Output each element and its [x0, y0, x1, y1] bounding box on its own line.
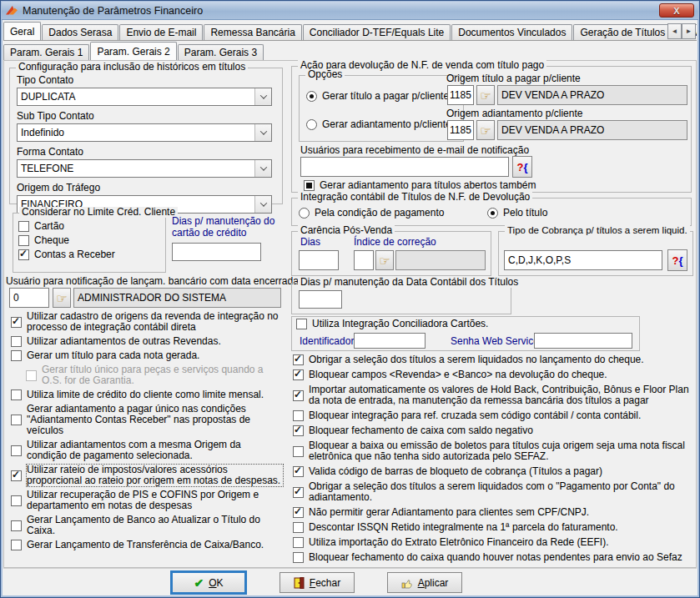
identificador-input[interactable]: [354, 333, 426, 349]
check-adiantamentos-outras-revendas[interactable]: Utilizar adiantamentos de outras Revenda…: [11, 336, 283, 347]
forma-contato-select[interactable]: TELEFONE: [17, 159, 272, 178]
checkbox-icon[interactable]: [296, 319, 307, 329]
checkbox-icon[interactable]: [11, 495, 22, 506]
tipo-cobranca-input[interactable]: [504, 250, 662, 270]
aplicar-button[interactable]: Aplicar: [387, 572, 462, 593]
tab-remessa-bancaria[interactable]: Remessa Bancária: [204, 24, 301, 40]
check-bloquear-fechamento-notas-pendentes[interactable]: Bloquear fechamento do caixa quando houv…: [293, 552, 695, 563]
checkbox-icon[interactable]: [293, 390, 304, 401]
checkbox-icon[interactable]: [293, 425, 304, 436]
check-adiantamentos-mesma-origem[interactable]: Utilizar adiantamentos com a mesma Orige…: [11, 440, 283, 461]
check-descontar-issqn[interactable]: Descontar ISSQN Retido integralmente na …: [293, 522, 695, 533]
check-adiantamento-titulos-abertos[interactable]: Gerar adiantamento para títulos abertos …: [304, 180, 536, 191]
check-importar-hold-back[interactable]: Importar automaticamente os valores de H…: [293, 384, 695, 406]
checkbox-icon[interactable]: [11, 445, 22, 456]
sub-tipo-contato-select[interactable]: Indefinido: [17, 123, 272, 142]
checkbox-icon[interactable]: [293, 466, 304, 477]
radio-icon[interactable]: [487, 208, 498, 219]
usuario-notificacao-code-input[interactable]: [9, 288, 49, 308]
tab-envio-email[interactable]: Envio de E-mail: [119, 24, 203, 40]
title-bar[interactable]: Manutenção de Parâmetros Financeiro X: [2, 2, 698, 20]
ok-button[interactable]: ✔ OK: [172, 572, 245, 593]
check-valida-codigo-barras[interactable]: Valida código de barras de bloqueto de c…: [293, 466, 695, 477]
checkbox-icon[interactable]: [293, 537, 304, 548]
origem-titulo-code-input[interactable]: [447, 85, 474, 105]
tab-dados-serasa[interactable]: Dados Serasa: [42, 24, 118, 40]
tab-conciliador-dtef[interactable]: Conciliador D-TEF/Equals Lite: [303, 24, 451, 40]
chevron-down-icon[interactable]: [254, 124, 271, 141]
carencia-dias-input[interactable]: [299, 250, 339, 270]
radio-icon[interactable]: [306, 119, 317, 130]
checkbox-icon[interactable]: [293, 354, 304, 365]
checkbox-icon[interactable]: [11, 415, 22, 425]
checkbox-icon[interactable]: [293, 446, 304, 457]
checkbox-icon[interactable]: [18, 235, 29, 246]
close-button[interactable]: X: [659, 3, 694, 18]
check-importacao-eefi[interactable]: Utiliza importação do Extrato Eletrônico…: [293, 537, 695, 548]
checkbox-icon[interactable]: [293, 369, 304, 380]
check-titulo-cada-nota[interactable]: Gerar um título para cada nota gerada.: [11, 350, 283, 361]
checkbox-icon[interactable]: [293, 552, 304, 563]
check-contas-a-receber[interactable]: Contas a Receber: [18, 249, 160, 260]
checkbox-icon[interactable]: [11, 317, 22, 328]
check-bloquear-campos-revenda-banco[interactable]: Bloquear campos <Revenda> e <Banco> na d…: [293, 369, 695, 380]
checkbox-icon[interactable]: [304, 180, 315, 191]
check-recuperacao-pis-cofins[interactable]: Utilizar recuperação de PIS e COFINS por…: [11, 490, 283, 511]
checkbox-icon[interactable]: [11, 350, 22, 361]
dias-cartao-input[interactable]: [172, 243, 261, 261]
checkbox-icon[interactable]: [18, 221, 29, 232]
senha-web-service-input[interactable]: [534, 333, 632, 349]
usuarios-email-help-button[interactable]: ?{: [512, 156, 532, 178]
origem-adiantamento-code-input[interactable]: [447, 120, 474, 140]
check-cartao[interactable]: Cartão: [18, 221, 160, 232]
tab-scroll-right-button[interactable]: ►: [682, 23, 696, 39]
check-cheque[interactable]: Cheque: [18, 235, 160, 246]
check-adiantamento-pagar-unico[interactable]: Gerar adiantamento a pagar único nas con…: [11, 404, 283, 436]
check-obrigar-selecao-pagamento-conta[interactable]: Obrigar a seleção dos títulos a serem li…: [293, 481, 695, 503]
check-lancamento-banco-atualizar[interactable]: Gerar Lançamento de Banco ao Atualizar o…: [11, 515, 283, 536]
check-integracao-conciliadora[interactable]: Utiliza Integração Conciliadora Cartões.: [296, 319, 488, 329]
tab-documentos-vinculados[interactable]: Documentos Vinculados: [451, 24, 572, 40]
check-rateio-impostos[interactable]: Utilizar rateio de impostos/valores aces…: [11, 465, 283, 486]
indice-correcao-lookup-button[interactable]: ☞: [375, 250, 394, 270]
check-obrigar-selecao-cheque[interactable]: Obrigar a seleção dos títulos a serem li…: [293, 354, 695, 365]
indice-correcao-input[interactable]: [354, 250, 374, 270]
radio-icon[interactable]: [306, 91, 317, 102]
checkbox-icon[interactable]: [293, 522, 304, 533]
fechar-button[interactable]: Fechar: [279, 572, 355, 593]
usuario-lookup-button[interactable]: ☞: [53, 288, 71, 308]
checkbox-icon[interactable]: [11, 389, 22, 400]
check-cadastro-origens-revenda[interactable]: Utilizar cadastro de origens da revenda …: [11, 311, 283, 333]
checkbox-icon[interactable]: [293, 410, 304, 421]
checkbox-icon[interactable]: [293, 507, 304, 518]
check-limite-credito-mensal[interactable]: Utiliza limite de crédito do cliente com…: [11, 389, 283, 400]
radio-gerar-adiantamento[interactable]: Gerar adiantamento p/cliente: [306, 119, 451, 130]
check-titulo-unico-garantia[interactable]: Gerar título único para peças e serviços…: [26, 364, 268, 386]
radio-gerar-titulo-pagar[interactable]: Gerar título a pagar p/cliente: [306, 91, 449, 102]
checkbox-icon[interactable]: [18, 249, 29, 260]
dias-data-contabil-input[interactable]: [299, 290, 342, 309]
tab-param-gerais-3[interactable]: Param. Gerais 3: [178, 44, 264, 60]
checkbox-icon[interactable]: [11, 520, 22, 531]
chevron-down-icon[interactable]: [254, 160, 271, 177]
check-bloquear-integracao-ref-cruzada[interactable]: Bloquear integração para ref. cruzada se…: [293, 410, 695, 421]
check-bloquear-baixa-boletos-sefaz[interactable]: Bloquear a baixa ou emissão de boletos p…: [293, 440, 695, 462]
radio-icon[interactable]: [299, 208, 310, 219]
radio-pela-condicao-pagamento[interactable]: Pela condição de pagamento: [299, 208, 444, 219]
checkbox-icon[interactable]: [11, 540, 22, 550]
chevron-down-icon[interactable]: [254, 196, 271, 213]
check-bloquear-fechamento-saldo-negativo[interactable]: Bloquear fechamento de caixa com saldo n…: [293, 425, 695, 436]
checkbox-icon[interactable]: [11, 470, 22, 481]
checkbox-icon[interactable]: [293, 487, 304, 498]
radio-pelo-titulo[interactable]: Pelo título: [487, 208, 547, 219]
check-lancamento-transferencia[interactable]: Gerar Lançamento de Transferência de Cai…: [11, 540, 283, 550]
tipo-contato-select[interactable]: DUPLICATA: [17, 88, 272, 106]
tab-param-gerais-1[interactable]: Param. Gerais 1: [3, 44, 89, 60]
tab-geral[interactable]: Geral: [3, 22, 41, 41]
origem-adiantamento-lookup-button[interactable]: ☞: [476, 120, 495, 140]
chevron-down-icon[interactable]: [254, 88, 271, 105]
check-nao-permitir-adiantamento-sem-cpf[interactable]: Não permitir gerar Adiantamento para cli…: [293, 507, 695, 518]
usuarios-email-input[interactable]: [300, 157, 509, 177]
checkbox-icon[interactable]: [11, 336, 22, 347]
origem-titulo-lookup-button[interactable]: ☞: [476, 85, 495, 105]
